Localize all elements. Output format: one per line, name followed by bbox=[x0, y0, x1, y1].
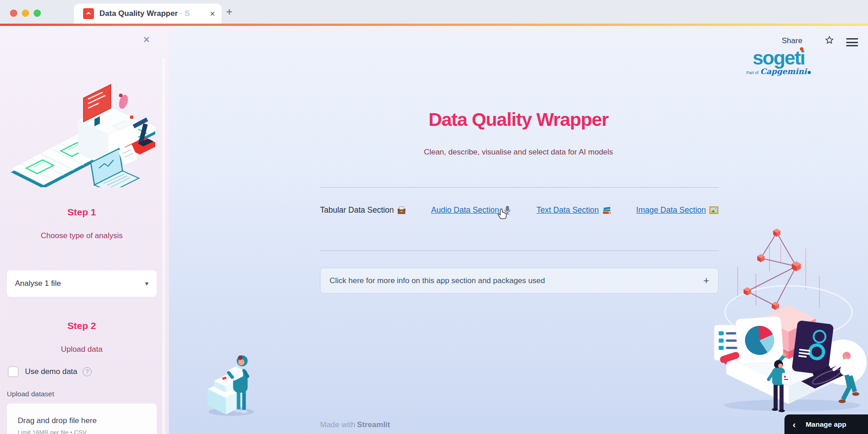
tab-close-icon[interactable]: × bbox=[210, 9, 215, 18]
main-menu-icon[interactable] bbox=[846, 38, 858, 49]
traffic-light-minimize[interactable] bbox=[22, 10, 29, 17]
section-nav: Tabular Data Section Audio Data Section bbox=[320, 205, 719, 215]
step2-caption: Upload data bbox=[0, 345, 163, 354]
step1-heading: Step 1 bbox=[0, 207, 163, 218]
chevron-down-icon: ▾ bbox=[145, 279, 148, 288]
upload-dataset-label: Upload dataset bbox=[7, 390, 54, 398]
sidebar-close-icon[interactable]: × bbox=[143, 35, 149, 45]
traffic-light-close[interactable] bbox=[10, 10, 17, 17]
traffic-light-zoom[interactable] bbox=[34, 10, 41, 17]
info-expander[interactable]: Click here for more info on this app sec… bbox=[320, 268, 719, 294]
analysis-type-select[interactable]: Analyse 1 file ▾ bbox=[7, 270, 157, 297]
nav-text-data-section[interactable]: Text Data Section bbox=[537, 205, 612, 215]
screenshot-root: Data Quality Wrapper · S × + × bbox=[0, 0, 868, 434]
analysis-type-value: Analyse 1 file bbox=[15, 279, 61, 288]
nav-image-data-section[interactable]: Image Data Section bbox=[636, 205, 719, 215]
books-icon bbox=[602, 205, 612, 215]
star-icon[interactable] bbox=[824, 35, 835, 46]
streamlit-favicon-icon bbox=[83, 8, 94, 19]
card-file-box-icon bbox=[397, 205, 406, 215]
step2-heading: Step 2 bbox=[0, 320, 163, 331]
analytics-platform-illustration bbox=[710, 221, 868, 412]
sogeti-logo: sogeti Part ofCapgemini bbox=[735, 48, 822, 76]
plus-icon: + bbox=[703, 275, 709, 287]
share-button[interactable]: Share bbox=[782, 36, 802, 45]
use-demo-data-checkbox[interactable] bbox=[8, 366, 19, 377]
help-icon[interactable]: ? bbox=[83, 367, 92, 376]
data-pipeline-illustration bbox=[10, 78, 155, 187]
sidebar-scrollbar[interactable] bbox=[162, 58, 165, 434]
browser-tabstrip: Data Quality Wrapper · S × + bbox=[0, 0, 868, 24]
step1-caption: Choose type of analysis bbox=[0, 231, 163, 240]
new-tab-button[interactable]: + bbox=[226, 6, 232, 17]
hand-cursor bbox=[497, 208, 508, 221]
page-subtitle: Clean, describe, visualise and select da… bbox=[169, 148, 868, 157]
use-demo-data-label: Use demo data bbox=[25, 367, 77, 376]
file-dropzone[interactable]: Drag and drop file here Limit 16MB per f… bbox=[7, 404, 157, 434]
framed-picture-icon bbox=[709, 205, 719, 215]
sidebar: × bbox=[0, 26, 169, 434]
divider-bottom bbox=[320, 250, 719, 251]
expander-label: Click here for more info on this app sec… bbox=[330, 276, 545, 285]
manage-app-button[interactable]: ‹ Manage app bbox=[784, 414, 868, 434]
made-with-streamlit-link[interactable]: Made withStreamlit bbox=[320, 420, 390, 429]
chevron-left-icon: ‹ bbox=[793, 420, 796, 429]
capgemini-dot bbox=[808, 71, 811, 74]
browser-tab[interactable]: Data Quality Wrapper · S × bbox=[74, 4, 222, 24]
tab-title: Data Quality Wrapper · S bbox=[99, 9, 190, 18]
nav-tabular-data-section: Tabular Data Section bbox=[320, 205, 406, 215]
divider-top bbox=[320, 187, 719, 188]
page-title: Data Quality Wrapper bbox=[169, 109, 868, 130]
dropzone-limit: Limit 16MB per file • CSV bbox=[18, 429, 87, 434]
use-demo-data-row: Use demo data ? bbox=[8, 366, 92, 377]
person-with-box-illustration bbox=[204, 345, 258, 418]
dropzone-title: Drag and drop file here bbox=[18, 416, 97, 425]
